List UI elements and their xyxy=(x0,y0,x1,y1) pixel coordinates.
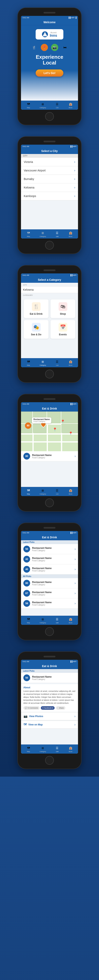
tab-map-4[interactable]: 🗺 Map xyxy=(26,488,31,495)
list-icon-5: ☰ xyxy=(55,617,60,622)
tab-category-2[interactable]: ⊞ Category xyxy=(39,231,46,237)
tab-list-2[interactable]: ☰ List xyxy=(55,231,60,237)
tab-category-1[interactable]: ⊞ Category xyxy=(39,102,46,108)
tab-book-2[interactable]: 🏨 Book xyxy=(68,231,73,237)
chevron-all-2: › xyxy=(75,592,75,595)
result-badge-all-3: 58 xyxy=(24,600,30,607)
category-eat-drink[interactable]: 🍴 Eat & Drink xyxy=(24,299,49,318)
map-pin-4[interactable]: 📍 xyxy=(69,431,73,436)
result-info-all-1: Restaurant Name Food Category xyxy=(32,581,73,586)
map-pin-2[interactable]: 📍 xyxy=(53,427,57,432)
bed-icon: 🛏 xyxy=(61,44,69,51)
list-icon-6: ☰ xyxy=(55,746,60,750)
city-item-kamloops[interactable]: Kamloops › xyxy=(21,192,78,200)
see-do-icon: 🎭 xyxy=(32,323,41,332)
tab-book-4[interactable]: 🏨 Book xyxy=(68,488,73,495)
experience-text: Experience Local xyxy=(36,54,63,65)
nav-title-6: Eat & Drink xyxy=(42,665,57,668)
status-time-2: 9:41 AM xyxy=(23,145,29,148)
tab-list-3[interactable]: ☰ List xyxy=(55,360,60,366)
tab-map-label-4: Map xyxy=(27,493,30,495)
tab-book-1[interactable]: 🏨 Book xyxy=(68,102,73,108)
book-icon-2: 🏨 xyxy=(68,231,73,235)
chevron-vancouver: › xyxy=(74,169,75,172)
tab-category-6[interactable]: ⊞ Category xyxy=(39,746,46,752)
facebook-button[interactable]: f Facebook It xyxy=(41,706,55,710)
tab-category-5[interactable]: ⊞ Category xyxy=(39,617,46,624)
tab-list-4[interactable]: ☰ List xyxy=(55,488,60,495)
phone-5: 9:41 AM ▐▐ WiFi Eat & Drink Latest Picks… xyxy=(18,523,81,640)
nav-bar-4: Eat & Drink xyxy=(21,406,78,412)
lets-go-button[interactable]: Let's Go! xyxy=(36,70,63,76)
result-item-latest-3[interactable]: 40 Restaurant Name Food Category › xyxy=(21,564,78,574)
map-icon: 🗺 xyxy=(26,102,31,107)
result-item-all-1[interactable]: 80 Restaurant Name Food Category › xyxy=(21,578,78,588)
nav-bar-3: Select a Category xyxy=(21,277,78,283)
city-item-victoria[interactable]: Victoria › xyxy=(21,158,78,166)
category-shop[interactable]: 🛍 Shop xyxy=(50,299,75,318)
welcome-content: Accent Inns 🍴 📍 📷 🛏 Experience Local xyxy=(21,25,78,100)
view-photos-label: View Photos xyxy=(29,715,43,718)
tab-list-5[interactable]: ☰ List xyxy=(55,617,60,624)
detail-latest-header: Latest Picks xyxy=(21,669,78,673)
tab-map-3[interactable]: 🗺 Map xyxy=(26,360,31,366)
result-item-all-3[interactable]: 58 Restaurant Name Food Category › xyxy=(21,598,78,609)
city-item-vancouver[interactable]: Vancouver Airport › xyxy=(21,166,78,175)
tab-map-6[interactable]: 🗺 Map xyxy=(26,746,31,752)
tab-map-1[interactable]: 🗺 Map xyxy=(26,102,31,108)
camera-icon: 📷 xyxy=(51,44,58,51)
detail-featured-badge: 50 xyxy=(24,675,30,681)
view-photos-button[interactable]: 📷 View Photos › xyxy=(21,712,78,720)
map-icon-4: 🗺 xyxy=(26,488,31,493)
map-block-1 xyxy=(21,412,32,423)
list-icon-4: ☰ xyxy=(55,488,60,493)
see-do-label: See & Do xyxy=(31,333,41,336)
all-picks-header: All Picks xyxy=(21,574,78,578)
tab-list-label-3: List xyxy=(56,364,58,366)
result-badge-latest-2: 42 xyxy=(24,556,30,563)
list-icon-2: ☰ xyxy=(55,231,60,235)
pin-restaurant-category: Food Category xyxy=(33,420,50,422)
view-map-button[interactable]: 🗺 View on Map › xyxy=(21,721,78,729)
share-button[interactable]: ↑ Share xyxy=(56,706,66,710)
nav-bar-5: Eat & Drink xyxy=(21,535,78,540)
map-pin-3[interactable]: 📍 xyxy=(61,420,65,424)
book-icon-3: 🏨 xyxy=(68,360,73,364)
city-item-burnaby[interactable]: Burnaby › xyxy=(21,175,78,183)
phone-4: 9:41 AM ▐▐ WiFi Eat & Drink xyxy=(18,394,81,511)
map-result-item[interactable]: 80 Restaurant Name Food Category › xyxy=(21,451,78,461)
category-see-do[interactable]: 🎭 See & Do xyxy=(24,320,49,339)
tab-book-3[interactable]: 🏨 Book xyxy=(68,360,73,366)
map-result-name: Restaurant Name xyxy=(32,454,73,457)
city-item-kelowna[interactable]: Kelowna › xyxy=(21,183,78,192)
welcome-icons: 🍴 📍 📷 🛏 xyxy=(30,44,69,51)
list-icon-3: ☰ xyxy=(55,360,60,364)
result-item-latest-2[interactable]: 42 Restaurant Name Food Category › xyxy=(21,554,78,564)
tab-map-5[interactable]: 🗺 Map xyxy=(26,617,31,624)
tab-book-6[interactable]: 🏨 Book xyxy=(68,746,73,752)
tab-category-4[interactable]: ⊞ Category xyxy=(39,488,46,495)
category-events[interactable]: 📅 Events xyxy=(50,320,75,339)
result-item-latest-1[interactable]: 50 Restaurant Name Food Category › xyxy=(21,544,78,554)
tab-category-label-4: Category xyxy=(39,493,46,495)
result-cat-all-1: Food Category xyxy=(32,584,73,586)
result-name-all-2: Restaurant Name xyxy=(32,591,73,594)
tab-book-label-2: Book xyxy=(69,235,72,237)
nav-title-2: Select a City xyxy=(41,150,58,153)
list-icon: ☰ xyxy=(55,102,60,107)
comments-button[interactable]: 💬 5 Comments xyxy=(24,706,39,710)
map-screen-content: 📍 80 Restaurant Name Food Category 📍 📍 📍 xyxy=(21,412,78,487)
tab-bar-2: 🗺 Map ⊞ Category ☰ List 🏨 Book xyxy=(21,229,78,239)
tab-category-label-6: Category xyxy=(39,751,46,752)
tab-bar-6: 🗺 Map ⊞ Category ☰ List 🏨 Book xyxy=(21,745,78,754)
chevron-all-3: › xyxy=(75,601,75,605)
result-item-all-2[interactable]: 67 Restaurant Name Food Category › xyxy=(21,588,78,598)
tab-list-1[interactable]: ☰ List xyxy=(55,102,60,108)
tab-book-5[interactable]: 🏨 Book xyxy=(68,617,73,624)
result-info-latest-1: Restaurant Name Food Category xyxy=(32,547,73,552)
tab-map-2[interactable]: 🗺 Map xyxy=(26,231,31,237)
tab-map-label-3: Map xyxy=(27,364,30,366)
map-area[interactable]: 📍 80 Restaurant Name Food Category 📍 📍 📍 xyxy=(21,412,78,451)
tab-list-6[interactable]: ☰ List xyxy=(55,746,60,752)
tab-category-3[interactable]: ⊞ Category xyxy=(39,360,46,366)
